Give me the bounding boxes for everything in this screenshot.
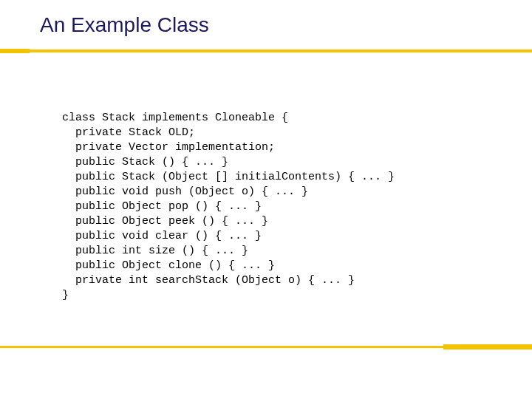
code-line: } — [62, 289, 69, 301]
code-line: public Stack () { ... } — [62, 155, 395, 170]
code-line: private int searchStack (Object o) { ...… — [62, 273, 395, 288]
slide: An Example Class class Stack implements … — [0, 0, 532, 399]
code-line: public int size () { ... } — [62, 244, 395, 259]
code-line: public Object pop () { ... } — [62, 200, 395, 214]
code-line: class Stack implements Cloneable { — [62, 112, 288, 124]
title-rule-right — [30, 50, 532, 52]
code-line: public void push (Object o) { ... } — [62, 185, 395, 200]
code-line: public Object clone () { ... } — [62, 259, 395, 273]
code-line: public Object peek () { ... } — [62, 214, 395, 229]
code-line: private Vector implementation; — [62, 140, 395, 155]
code-line: public void clear () { ... } — [62, 229, 395, 244]
slide-title: An Example Class — [40, 13, 209, 37]
code-line: private Stack OLD; — [62, 126, 395, 140]
footer-rule-right — [443, 344, 532, 349]
footer-rule-left — [0, 346, 443, 348]
code-line: public Stack (Object [] initialContents)… — [62, 170, 395, 185]
title-rule-left — [0, 49, 30, 53]
code-block: class Stack implements Cloneable { priva… — [62, 96, 395, 303]
